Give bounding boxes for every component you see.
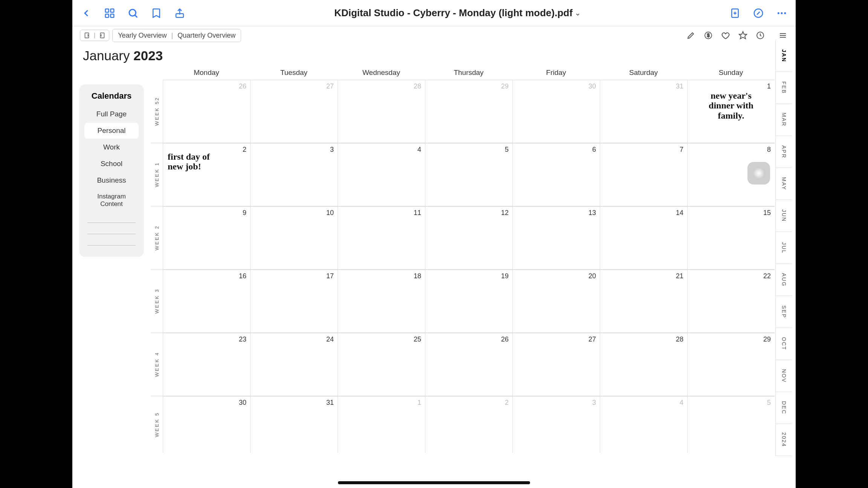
day-cell[interactable]: 4 <box>338 143 425 206</box>
bookmark-button[interactable] <box>150 7 163 20</box>
dollar-icon[interactable]: $ <box>703 30 714 41</box>
month-tab-jun[interactable]: JUN <box>775 200 792 232</box>
yearly-overview-link[interactable]: Yearly Overview <box>118 32 167 40</box>
day-cell[interactable]: 10 <box>250 206 338 269</box>
sidebar-item-personal[interactable]: Personal <box>84 123 139 139</box>
day-cell[interactable]: 25 <box>338 333 425 396</box>
day-cell[interactable]: 5 <box>687 396 775 453</box>
svg-rect-2 <box>105 14 109 17</box>
day-number: 22 <box>763 272 771 280</box>
day-cell[interactable]: 27 <box>512 333 600 396</box>
day-cell[interactable]: 24 <box>250 333 338 396</box>
star-icon[interactable] <box>738 30 748 41</box>
calendars-sidebar: Calendars Full PagePersonalWorkSchoolBus… <box>79 84 144 257</box>
day-cell[interactable]: 2 <box>425 396 512 453</box>
menu-icon[interactable] <box>778 30 788 41</box>
day-cell[interactable]: 2first day of new job! <box>163 143 250 206</box>
day-number: 9 <box>243 209 246 217</box>
day-cell[interactable]: 4 <box>600 396 687 453</box>
sidebar-item-full-page[interactable]: Full Page <box>84 106 139 122</box>
month-tab-sep[interactable]: SEP <box>775 296 792 328</box>
day-header-monday: Monday <box>163 66 250 80</box>
day-cell[interactable]: 20 <box>512 270 600 332</box>
day-cell[interactable]: 27 <box>250 80 338 143</box>
month-tab-oct[interactable]: OCT <box>775 328 792 360</box>
day-cell[interactable]: 28 <box>338 80 425 143</box>
day-cell[interactable]: 13 <box>512 206 600 269</box>
share-button[interactable] <box>173 7 186 20</box>
sidebar-item-instagram-content[interactable]: Instagram Content <box>84 189 139 212</box>
sidebar-item-work[interactable]: Work <box>84 139 139 155</box>
day-cell[interactable]: 30 <box>512 80 600 143</box>
day-cell[interactable]: 14 <box>600 206 687 269</box>
day-cell[interactable]: 22 <box>687 270 775 332</box>
assistive-touch-button[interactable] <box>747 162 770 185</box>
day-cell[interactable]: 12 <box>425 206 512 269</box>
day-cell[interactable]: 23 <box>163 333 250 396</box>
handwritten-note: new year's dinner with family. <box>690 82 772 120</box>
day-cell[interactable]: 9 <box>163 206 250 269</box>
svg-point-11 <box>778 12 779 14</box>
day-cell[interactable]: 31 <box>250 396 338 453</box>
heart-icon[interactable] <box>720 30 731 41</box>
day-cell[interactable]: 28 <box>600 333 687 396</box>
day-cell[interactable]: 1new year's dinner with family. <box>687 80 775 143</box>
month-tab-nov[interactable]: NOV <box>775 360 792 392</box>
clock-icon[interactable] <box>755 30 766 41</box>
day-header-wednesday: Wednesday <box>338 66 425 80</box>
home-indicator[interactable] <box>338 481 530 484</box>
day-number: 8 <box>767 146 771 154</box>
svg-rect-3 <box>111 14 114 17</box>
day-cell[interactable]: 21 <box>600 270 687 332</box>
month-tab-jul[interactable]: JUL <box>775 232 792 264</box>
week-label: WEEK 2 <box>151 206 163 269</box>
day-cell[interactable]: 31 <box>600 80 687 143</box>
grid-view-button[interactable] <box>103 7 116 20</box>
week-label: WEEK 5 <box>151 396 163 453</box>
day-number: 2 <box>505 399 509 407</box>
day-cell[interactable]: 17 <box>250 270 338 332</box>
day-number: 16 <box>239 272 246 280</box>
add-page-button[interactable] <box>729 7 741 20</box>
month-tab-dec[interactable]: DEC <box>775 392 792 424</box>
day-cell[interactable]: 26 <box>163 80 250 143</box>
day-cell[interactable]: 5 <box>425 143 512 206</box>
month-tab-apr[interactable]: APR <box>775 136 792 168</box>
day-cell[interactable]: 11 <box>338 206 425 269</box>
page-nav-group[interactable]: | <box>80 30 109 41</box>
pencil-icon[interactable] <box>686 30 696 41</box>
sidebar-item-business[interactable]: Business <box>84 172 139 188</box>
month-tab-2024[interactable]: 2024 <box>775 424 792 456</box>
month-tab-mar[interactable]: MAR <box>775 104 792 136</box>
day-cell[interactable]: 15 <box>687 206 775 269</box>
month-tab-aug[interactable]: AUG <box>775 264 792 296</box>
month-tab-may[interactable]: MAY <box>775 168 792 200</box>
day-cell[interactable]: 26 <box>425 333 512 396</box>
document-title-dropdown[interactable]: KDigital Studio - Cyberry - Monday (ligh… <box>186 7 729 19</box>
day-cell[interactable]: 6 <box>512 143 600 206</box>
day-cell[interactable]: 16 <box>163 270 250 332</box>
day-cell[interactable]: 18 <box>338 270 425 332</box>
day-cell[interactable]: 29 <box>687 333 775 396</box>
search-button[interactable] <box>127 7 139 20</box>
day-cell[interactable]: 3 <box>512 396 600 453</box>
day-cell[interactable]: 30 <box>163 396 250 453</box>
markup-button[interactable] <box>752 7 765 20</box>
month-tab-jan[interactable]: JAN <box>775 40 792 72</box>
back-button[interactable] <box>80 7 93 20</box>
day-cell[interactable]: 7 <box>600 143 687 206</box>
week-label: WEEK 1 <box>151 143 163 206</box>
day-number: 24 <box>326 336 334 343</box>
day-cell[interactable]: 19 <box>425 270 512 332</box>
day-cell[interactable]: 3 <box>250 143 338 206</box>
day-number: 13 <box>588 209 596 217</box>
sidebar-item-school[interactable]: School <box>84 156 139 172</box>
more-button[interactable] <box>775 7 788 20</box>
day-number: 1 <box>417 399 421 407</box>
day-cell[interactable]: 29 <box>425 80 512 143</box>
day-number: 21 <box>676 272 683 280</box>
svg-text:$: $ <box>707 33 710 38</box>
quarterly-overview-link[interactable]: Quarterly Overview <box>177 32 235 40</box>
day-cell[interactable]: 1 <box>338 396 425 453</box>
month-tab-feb[interactable]: FEB <box>775 72 792 104</box>
